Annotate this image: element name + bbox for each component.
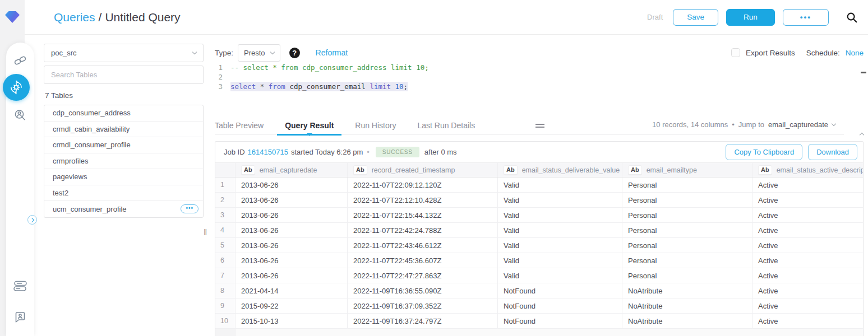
table-more-button[interactable]: ••• (181, 204, 198, 213)
table-cell[interactable]: 2015-10-13 (236, 314, 348, 328)
tab-last-run-details[interactable]: Last Run Details (417, 116, 475, 134)
table-cell[interactable]: Active (752, 208, 863, 222)
table-cell[interactable]: NotFound (498, 298, 622, 313)
table-cell[interactable]: 2022-11-09T16:37:09.352Z (348, 298, 498, 313)
table-cell[interactable]: 2013-06-26 (236, 223, 348, 237)
table-cell[interactable]: Personal (622, 208, 752, 222)
export-results-checkbox[interactable] (731, 48, 740, 57)
table-cell[interactable]: 2013-06-26 (236, 178, 348, 192)
table-cell[interactable]: Valid (498, 208, 622, 222)
sql-editor[interactable]: 1-- select * from cdp_consumer_address l… (215, 63, 868, 116)
table-cell[interactable]: NoAtribute (622, 283, 752, 298)
help-icon[interactable]: ? (289, 48, 300, 58)
table-cell[interactable]: NotFound (498, 314, 622, 328)
table-cell[interactable]: NoAtribute (622, 298, 752, 313)
table-cell[interactable]: Active (752, 253, 863, 268)
table-row: 42013-06-262022-11-07T22:42:24.788ZValid… (215, 223, 863, 238)
copy-to-clipboard-button[interactable]: Copy To Clipboard (726, 144, 802, 160)
table-cell[interactable]: Active (752, 283, 863, 298)
sidebar-item-audiences[interactable] (6, 109, 34, 122)
tab-table-preview[interactable]: Table Preview (215, 116, 264, 134)
table-cell[interactable]: 2021-04-14 (236, 283, 348, 298)
table-list-item[interactable]: pageviews (44, 169, 203, 185)
table-cell[interactable]: Active (752, 178, 863, 192)
table-list-item[interactable]: cdp_consumer_address (44, 105, 203, 122)
table-cell[interactable]: Valid (498, 178, 622, 192)
sidebar-item-queries-active[interactable] (3, 74, 30, 101)
more-actions-button[interactable]: ••• (783, 9, 829, 26)
run-button[interactable]: Run (726, 9, 775, 26)
table-cell[interactable]: 2022-11-07T22:09:12.120Z (348, 178, 498, 192)
table-cell[interactable]: Personal (622, 268, 752, 283)
table-cell[interactable]: 2013-06-26 (236, 268, 348, 283)
string-type-icon: Ab (353, 165, 367, 175)
table-cell[interactable]: Valid (498, 268, 622, 283)
table-cell[interactable]: Valid (498, 223, 622, 237)
table-list-item[interactable]: crmdl_cabin_availability (44, 122, 203, 138)
column-header[interactable]: Abemail_status_active_descrip (752, 163, 863, 177)
table-cell[interactable]: Active (752, 314, 863, 328)
chevron-down-icon[interactable] (832, 122, 836, 126)
sidebar-expand-toggle[interactable] (27, 215, 37, 225)
table-cell[interactable]: Personal (622, 193, 752, 207)
download-button[interactable]: Download (808, 144, 857, 160)
collapse-results-button[interactable] (860, 129, 864, 139)
table-cell[interactable]: NoAtribute (622, 314, 752, 328)
table-cell[interactable]: Valid (498, 193, 622, 207)
schedule-value-link[interactable]: None (846, 49, 864, 57)
job-id-link[interactable]: 1614150715 (248, 148, 288, 156)
column-header[interactable]: Abemail_status_deliverable_value (498, 163, 622, 177)
tab-query-result[interactable]: Query Result (285, 116, 334, 134)
table-cell[interactable]: Active (752, 298, 863, 313)
table-cell[interactable]: Active (752, 193, 863, 207)
table-cell[interactable]: 2015-09-22 (236, 298, 348, 313)
table-list-item[interactable]: test2 (44, 185, 203, 202)
search-icon[interactable] (846, 11, 858, 24)
table-cell[interactable]: Active (752, 238, 863, 253)
panel-resize-handle[interactable]: ‖ (204, 227, 207, 237)
table-cell[interactable]: NotFound (498, 283, 622, 298)
table-cell[interactable]: 2022-11-07T22:42:24.788Z (348, 223, 498, 237)
column-header[interactable]: Abrecord_created_timestamp (348, 163, 498, 177)
sidebar-item-support[interactable] (6, 310, 34, 324)
table-cell[interactable]: 2022-11-07T22:47:27.863Z (348, 268, 498, 283)
table-cell[interactable]: 2022-11-07T22:15:44.132Z (348, 208, 498, 222)
save-button[interactable]: Save (673, 9, 718, 26)
table-cell[interactable]: 2013-06-26 (236, 238, 348, 253)
column-header[interactable]: Abemail_emailtype (622, 163, 752, 177)
table-cell[interactable]: 2013-06-26 (236, 253, 348, 268)
table-cell[interactable]: 2022-11-07T22:12:10.428Z (348, 193, 498, 207)
table-cell[interactable]: Valid (498, 253, 622, 268)
table-cell[interactable]: 2022-11-07T22:43:46.612Z (348, 238, 498, 253)
jump-to-column-select[interactable]: email_capturedate (768, 120, 828, 129)
table-cell[interactable]: Active (752, 268, 863, 283)
table-cell[interactable]: 2013-06-26 (236, 193, 348, 207)
table-cell[interactable]: 2022-11-09T16:37:24.797Z (348, 314, 498, 328)
table-list-item[interactable]: crmdl_consumer_profile (44, 137, 203, 153)
sidebar-item-integrations[interactable] (6, 54, 34, 67)
reformat-link[interactable]: Reformat (316, 48, 348, 57)
table-cell[interactable]: 2022-11-07T22:45:36.607Z (348, 253, 498, 268)
table-cell[interactable]: Valid (498, 238, 622, 253)
meta-bullet: • (732, 120, 735, 129)
table-list-item[interactable]: ucm_consumer_profile••• (44, 201, 203, 217)
tab-run-history[interactable]: Run History (355, 116, 396, 134)
table-cell[interactable]: Personal (622, 178, 752, 192)
query-type-select[interactable]: Presto (238, 44, 280, 62)
table-cell[interactable]: 2022-11-09T16:36:55.090Z (348, 283, 498, 298)
editor-scrollbar[interactable] (861, 72, 866, 73)
table-list-item[interactable]: crmprofiles (44, 153, 203, 170)
breadcrumb-queries-link[interactable]: Queries (54, 11, 95, 24)
split-drag-handle[interactable] (535, 122, 544, 129)
table-cell[interactable]: Personal (622, 238, 752, 253)
table-cell[interactable]: 2013-06-26 (236, 208, 348, 222)
row-number: 8 (215, 283, 236, 298)
table-cell[interactable]: Active (752, 223, 863, 237)
table-cell[interactable]: Personal (622, 253, 752, 268)
search-tables-input[interactable] (44, 66, 204, 84)
column-header[interactable]: Abemail_capturedate (236, 163, 348, 177)
table-cell[interactable]: Personal (622, 223, 752, 237)
database-select[interactable]: poc_src (44, 44, 204, 62)
sidebar-item-segments[interactable] (6, 280, 34, 292)
app-logo[interactable] (0, 0, 25, 35)
